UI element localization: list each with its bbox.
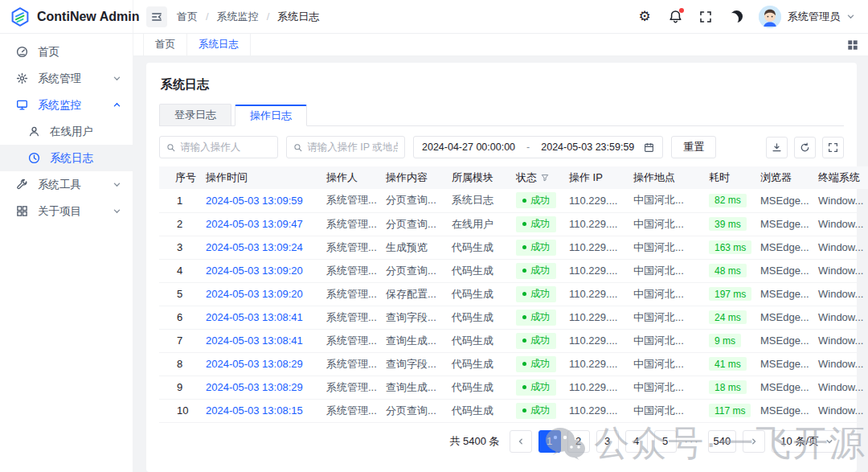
time-link[interactable]: 2024-05-03 13:08:41 xyxy=(206,311,303,323)
cell-no: 3 xyxy=(159,236,199,259)
pagination-ellipsis[interactable]: ··· xyxy=(683,435,702,447)
breadcrumb-current: 系统日志 xyxy=(277,10,319,24)
breadcrumb-monitor[interactable]: 系统监控 xyxy=(217,10,259,24)
cell-operator: 系统管理... xyxy=(320,236,379,259)
pagination-page-1[interactable]: 1 xyxy=(538,430,561,453)
time-link[interactable]: 2024-05-03 13:09:20 xyxy=(206,265,303,277)
view-tab-home[interactable]: 首页 xyxy=(143,34,187,55)
avatar xyxy=(759,6,781,28)
user-name: 系统管理员 xyxy=(788,10,840,24)
cell-ip: 110.229.... xyxy=(563,259,627,282)
col-time: 操作时间 xyxy=(199,166,320,189)
sidebar-item-system-tools[interactable]: 系统工具 xyxy=(0,171,133,198)
pagination-page-4[interactable]: 4 xyxy=(625,430,648,453)
cost-badge: 24 ms xyxy=(709,310,747,324)
cell-content: 分页查询... xyxy=(379,259,445,282)
cell-cost: 163 ms xyxy=(702,236,754,259)
view-tabs-bar: 首页 系统日志 xyxy=(133,34,868,56)
time-link[interactable]: 2024-05-03 13:08:29 xyxy=(206,381,303,393)
pagination-page-last[interactable]: 540 xyxy=(708,430,737,453)
sidebar-item-online-users[interactable]: 在线用户 xyxy=(0,118,133,145)
dark-mode-moon-icon[interactable] xyxy=(728,9,744,25)
col-module: 所属模块 xyxy=(445,166,510,189)
pagination-page-3[interactable]: 3 xyxy=(596,430,619,453)
logo-area[interactable]: ContiNew Admin xyxy=(0,0,133,33)
sidebar-item-about-project[interactable]: 关于项目 xyxy=(0,198,133,224)
dashboard-icon xyxy=(16,46,28,58)
cell-no: 2 xyxy=(159,212,199,236)
cell-time: 2024-05-03 13:08:41 xyxy=(199,306,320,329)
menu-fold-icon xyxy=(151,11,162,23)
sidebar-item-system-management[interactable]: 系统管理 xyxy=(0,65,133,92)
pagination-prev-button[interactable] xyxy=(510,430,532,453)
date-range-picker[interactable]: 2024-04-27 00:00:00 - 2024-05-03 23:59:5… xyxy=(413,136,663,158)
status-dot xyxy=(522,315,526,319)
cell-operator: 系统管理... xyxy=(320,329,379,352)
sidebar-item-home[interactable]: 首页 xyxy=(0,39,133,65)
col-no: 序号 xyxy=(159,166,199,189)
ip-search-input[interactable] xyxy=(307,142,398,153)
cell-no: 1 xyxy=(159,189,199,212)
time-link[interactable]: 2024-05-03 13:09:24 xyxy=(206,241,303,253)
cell-location: 中国河北... xyxy=(627,399,702,422)
time-link[interactable]: 2024-05-03 13:08:15 xyxy=(206,404,303,417)
cell-module: 代码生成 xyxy=(445,259,510,282)
tab-operation-log[interactable]: 操作日志 xyxy=(235,105,307,126)
fullscreen-icon[interactable] xyxy=(822,137,844,158)
status-dot xyxy=(522,199,526,203)
settings-icon[interactable]: ⚙ xyxy=(637,9,653,25)
header-actions: ⚙ xyxy=(637,6,855,28)
time-link[interactable]: 2024-05-03 13:08:29 xyxy=(206,358,303,370)
time-link[interactable]: 2024-05-03 13:08:41 xyxy=(206,335,303,347)
fullscreen-icon[interactable] xyxy=(698,9,714,25)
pagination-page-5[interactable]: 5 xyxy=(654,430,677,453)
sidebar-item-system-log[interactable]: 系统日志 xyxy=(0,145,133,171)
pagination-page-2[interactable]: 2 xyxy=(567,430,590,453)
cell-browser: MSEdge... xyxy=(754,399,812,422)
log-table: 序号 操作时间 操作人 操作内容 所属模块 状态 xyxy=(159,166,844,423)
download-icon[interactable] xyxy=(766,137,788,158)
cell-cost: 117 ms xyxy=(702,399,754,422)
cell-time: 2024-05-03 13:09:20 xyxy=(199,259,320,282)
view-tab-system-log[interactable]: 系统日志 xyxy=(187,34,251,55)
cell-operator: 系统管理... xyxy=(320,399,379,422)
apps-grid-icon[interactable] xyxy=(847,39,858,51)
time-link[interactable]: 2024-05-03 13:09:20 xyxy=(206,288,303,300)
cell-cost: 82 ms xyxy=(702,189,754,212)
sidebar-collapse-button[interactable] xyxy=(146,6,167,27)
chevron-down-icon xyxy=(113,207,121,215)
clock-icon xyxy=(28,152,40,164)
layout: 首页 系统管理 系统监控 在线用户 xyxy=(0,34,868,472)
header-main: 首页 / 系统监控 / 系统日志 ⚙ xyxy=(133,0,868,33)
sidebar-item-system-monitor[interactable]: 系统监控 xyxy=(0,92,133,118)
notification-bell-icon[interactable] xyxy=(667,9,683,25)
breadcrumb-home[interactable]: 首页 xyxy=(177,10,198,24)
cell-browser: MSEdge... xyxy=(754,236,812,259)
table-toolbar xyxy=(766,137,844,158)
cell-location: 中国河北... xyxy=(627,352,702,376)
filter-funnel-icon[interactable] xyxy=(541,174,549,182)
pagination-next-button[interactable] xyxy=(743,430,765,453)
operator-search-box xyxy=(159,136,278,158)
reset-button[interactable]: 重置 xyxy=(671,136,716,158)
cell-browser: MSEdge... xyxy=(754,306,812,329)
time-link[interactable]: 2024-05-03 13:09:47 xyxy=(206,218,303,230)
cost-badge: 197 ms xyxy=(709,287,751,301)
cell-ip: 110.229.... xyxy=(563,282,627,306)
cell-location: 中国河北... xyxy=(627,329,702,352)
log-tabs: 登录日志 操作日志 xyxy=(159,104,844,126)
col-status: 状态 xyxy=(510,166,563,189)
cell-os: Window... xyxy=(812,399,868,422)
cell-status: 成功 xyxy=(510,212,563,236)
refresh-icon[interactable] xyxy=(794,137,816,158)
operator-search-input[interactable] xyxy=(180,142,271,153)
cell-operator: 系统管理... xyxy=(320,282,379,306)
table-row: 62024-05-03 13:08:41系统管理...查询字段...代码生成成功… xyxy=(159,306,868,329)
time-link[interactable]: 2024-05-03 13:09:59 xyxy=(206,195,303,207)
page-size-value: 10 条/页 xyxy=(780,434,819,449)
cost-badge: 117 ms xyxy=(709,404,751,417)
page-size-select[interactable]: 10 条/页 xyxy=(772,430,842,453)
user-menu[interactable]: 系统管理员 xyxy=(759,6,855,28)
cell-no: 4 xyxy=(159,259,199,282)
tab-login-log[interactable]: 登录日志 xyxy=(159,104,231,125)
